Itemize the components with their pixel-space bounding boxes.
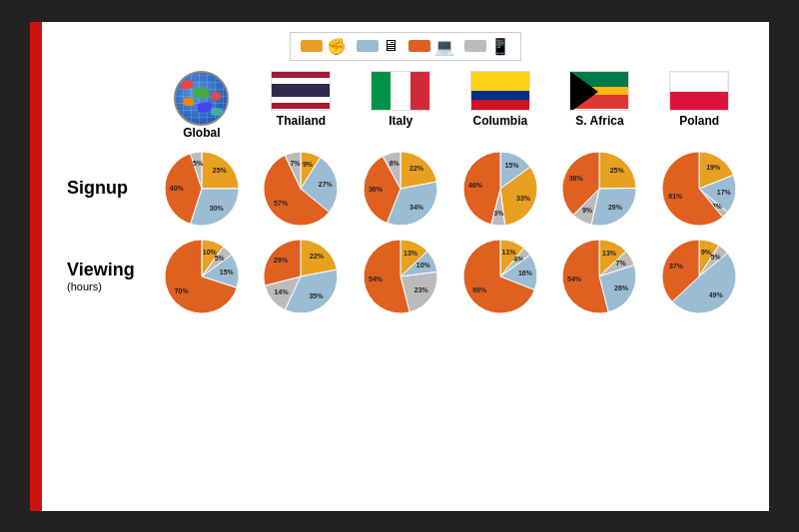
main-grid: Global Thailand xyxy=(62,71,749,320)
viewing-label: Viewing xyxy=(67,260,135,280)
legend-color-tablet xyxy=(464,40,486,52)
legend-item-desktop: 🖥 xyxy=(357,37,399,55)
legend-icon-tablet: 📱 xyxy=(490,37,510,56)
svg-text:8%: 8% xyxy=(390,160,400,167)
svg-text:57%: 57% xyxy=(275,200,290,207)
legend-item-tablet: 📱 xyxy=(464,37,510,56)
flag-safrica xyxy=(569,71,629,111)
legend-icon-desktop: 🖥 xyxy=(383,37,399,55)
legend-color-desktop xyxy=(357,40,379,52)
svg-text:19%: 19% xyxy=(706,164,721,171)
svg-text:61%: 61% xyxy=(668,193,683,200)
svg-text:10%: 10% xyxy=(416,262,431,268)
svg-text:35%: 35% xyxy=(310,291,325,298)
signup-chart-thailand: 9%27%57%7% xyxy=(252,145,352,233)
signup-chart-global: 25%30%40%5% xyxy=(152,145,252,233)
svg-text:25%: 25% xyxy=(213,167,228,174)
svg-text:30%: 30% xyxy=(210,205,225,212)
viewing-chart-italy: 13%10%23%54% xyxy=(351,233,450,320)
svg-text:13%: 13% xyxy=(403,249,418,256)
svg-text:33%: 33% xyxy=(516,194,531,201)
signup-chart-italy: 22%34%36%8% xyxy=(351,145,450,233)
svg-text:25%: 25% xyxy=(610,166,625,173)
signup-row-label: Signup xyxy=(62,145,152,233)
svg-text:70%: 70% xyxy=(174,286,189,293)
svg-text:29%: 29% xyxy=(275,257,290,264)
header-poland-label: Poland xyxy=(679,114,719,128)
legend-icon-mobile: ✊ xyxy=(327,37,347,56)
signup-chart-safrica: 25%29%9%38% xyxy=(550,145,650,233)
svg-text:36%: 36% xyxy=(369,186,384,193)
svg-text:49%: 49% xyxy=(709,290,724,297)
signup-chart-poland: 19%17%3%61% xyxy=(649,145,749,233)
header-global-label: Global xyxy=(183,126,220,140)
svg-text:27%: 27% xyxy=(319,180,334,187)
globe-icon xyxy=(174,71,229,126)
legend: ✊ 🖥 💻 📱 xyxy=(290,32,521,61)
viewing-chart-columbia: 11%4%16%69% xyxy=(450,233,550,320)
svg-text:15%: 15% xyxy=(220,267,235,274)
header-global: Global xyxy=(152,71,252,145)
header-empty xyxy=(62,71,152,145)
svg-text:14%: 14% xyxy=(275,287,290,294)
header-italy-label: Italy xyxy=(389,114,412,128)
signup-label: Signup xyxy=(67,178,128,199)
svg-text:9%: 9% xyxy=(303,160,314,167)
svg-text:34%: 34% xyxy=(409,204,424,211)
header-columbia: Columbia xyxy=(450,71,550,145)
svg-text:13%: 13% xyxy=(602,249,617,256)
header-poland: Poland xyxy=(649,71,749,145)
signup-chart-columbia: 15%33%6%46% xyxy=(450,145,550,233)
svg-text:16%: 16% xyxy=(518,268,533,275)
header-thailand-label: Thailand xyxy=(277,114,326,128)
viewing-chart-poland: 9%5%49%37% xyxy=(649,233,749,320)
svg-text:6%: 6% xyxy=(493,209,504,216)
svg-text:17%: 17% xyxy=(717,188,732,195)
legend-item-mobile: ✊ xyxy=(301,37,347,56)
svg-text:7%: 7% xyxy=(616,260,627,266)
viewing-row-label: Viewing (hours) xyxy=(62,233,152,320)
svg-text:29%: 29% xyxy=(608,204,623,211)
svg-text:22%: 22% xyxy=(409,165,424,172)
svg-text:54%: 54% xyxy=(369,274,384,281)
header-columbia-label: Columbia xyxy=(472,114,527,128)
legend-color-mobile xyxy=(301,40,323,52)
legend-icon-laptop: 💻 xyxy=(434,37,454,56)
svg-text:26%: 26% xyxy=(615,283,630,290)
svg-text:15%: 15% xyxy=(504,162,519,169)
svg-text:40%: 40% xyxy=(170,184,185,191)
flag-poland xyxy=(669,71,729,111)
flag-columbia xyxy=(470,71,530,111)
slide: ✊ 🖥 💻 📱 xyxy=(30,22,769,511)
svg-text:46%: 46% xyxy=(468,181,483,188)
legend-item-laptop: 💻 xyxy=(408,37,454,56)
svg-text:54%: 54% xyxy=(568,274,583,281)
header-safrica: S. Africa xyxy=(550,71,650,145)
viewing-sublabel: (hours) xyxy=(67,280,102,292)
header-italy: Italy xyxy=(351,71,450,145)
flag-italy xyxy=(371,71,430,111)
svg-text:5%: 5% xyxy=(193,159,204,166)
legend-color-laptop xyxy=(408,40,430,52)
viewing-chart-global: 10%5%15%70% xyxy=(152,233,252,320)
svg-text:23%: 23% xyxy=(414,285,429,292)
svg-text:37%: 37% xyxy=(669,262,684,268)
viewing-chart-thailand: 22%35%14%29% xyxy=(252,233,352,320)
svg-text:38%: 38% xyxy=(569,175,584,182)
svg-text:22%: 22% xyxy=(311,253,326,260)
header-safrica-label: S. Africa xyxy=(575,114,623,128)
svg-text:69%: 69% xyxy=(472,285,487,292)
viewing-chart-safrica: 13%7%26%54% xyxy=(550,233,650,320)
svg-text:9%: 9% xyxy=(582,206,593,213)
header-thailand: Thailand xyxy=(252,71,352,145)
flag-thailand xyxy=(271,71,331,111)
svg-text:7%: 7% xyxy=(291,160,302,167)
